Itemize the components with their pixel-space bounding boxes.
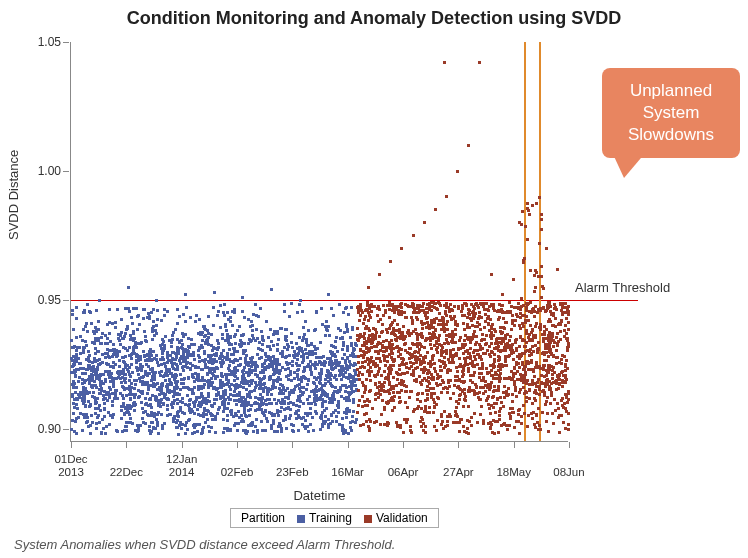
ytick-label: 0.90	[26, 422, 61, 436]
y-axis-label: SVDD Distance	[6, 150, 21, 240]
xtick-label: 02Feb	[213, 466, 261, 479]
xtick-label: 16Mar	[324, 466, 372, 479]
chart-title: Condition Monitoring and Anomaly Detecti…	[0, 0, 748, 29]
legend-swatch-training	[297, 515, 305, 523]
legend-title: Partition	[241, 511, 285, 525]
ytick-label: 1.05	[26, 35, 61, 49]
xtick-label: 22Dec	[102, 466, 150, 479]
ytick-label: 1.00	[26, 164, 61, 178]
legend-swatch-validation	[364, 515, 372, 523]
plot-canvas: 0.900.951.001.0501Dec 201322Dec12Jan 201…	[71, 42, 568, 441]
xtick-label: 06Apr	[379, 466, 427, 479]
legend-item-training: Training	[297, 511, 352, 525]
xtick-label: 23Feb	[268, 466, 316, 479]
annotation-callout: Unplanned System Slowdowns	[602, 68, 740, 158]
x-axis-label: Datetime	[71, 488, 568, 503]
ytick-label: 0.95	[26, 293, 61, 307]
xtick-label: 01Dec 2013	[47, 453, 95, 479]
xtick-label: 12Jan 2014	[158, 453, 206, 479]
alarm-threshold-label: Alarm Threshold	[575, 280, 670, 295]
legend-item-validation: Validation	[364, 511, 428, 525]
xtick-label: 08Jun	[545, 466, 593, 479]
plot-area: 0.900.951.001.0501Dec 201322Dec12Jan 201…	[70, 42, 568, 442]
xtick-label: 27Apr	[434, 466, 482, 479]
xtick-label: 18May	[490, 466, 538, 479]
footnote: System Anomalies when SVDD distance exce…	[14, 537, 395, 552]
legend: Partition Training Validation	[230, 508, 439, 528]
